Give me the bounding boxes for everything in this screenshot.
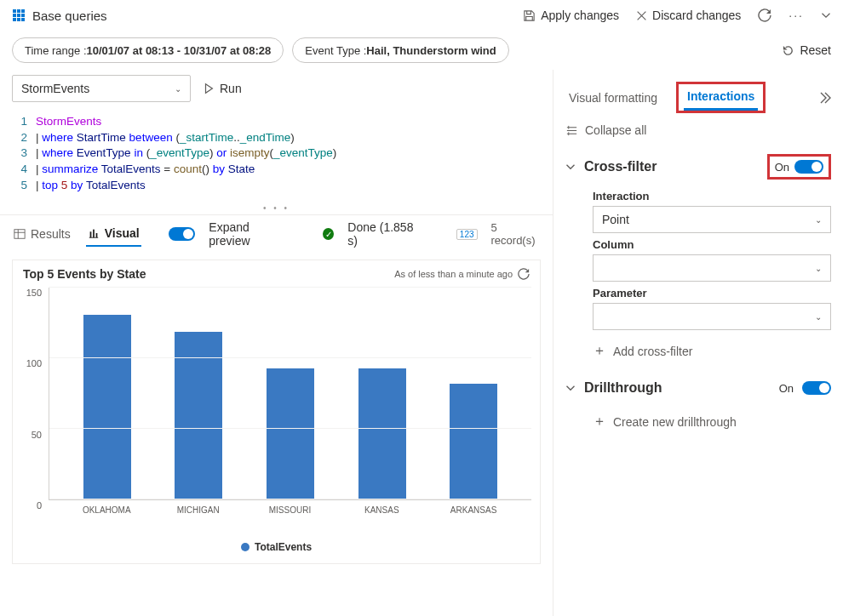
plus-icon: ＋ xyxy=(593,413,606,431)
expand-panel-icon[interactable] xyxy=(817,91,831,105)
svg-rect-1 xyxy=(17,9,20,13)
svg-rect-9 xyxy=(14,230,25,239)
chart-card: Top 5 Events by State As of less than a … xyxy=(12,260,541,564)
page-title: Base queries xyxy=(32,9,107,23)
eventtype-value: Hail, Thunderstorm wind xyxy=(366,44,496,57)
svg-rect-12 xyxy=(95,233,97,237)
timerange-label: Time range : xyxy=(25,44,87,57)
apply-changes-button[interactable]: Apply changes xyxy=(523,9,619,22)
drillthrough-title: Drillthrough xyxy=(584,380,662,396)
visual-tab-label: Visual xyxy=(105,226,140,240)
create-drillthrough-button[interactable]: ＋ Create new drillthrough xyxy=(593,401,831,442)
records-count: 5 record(s) xyxy=(491,221,541,247)
svg-rect-3 xyxy=(13,14,16,17)
x-tick-label: ARKANSAS xyxy=(450,505,497,515)
add-crossfilter-label: Add cross-filter xyxy=(613,345,692,358)
svg-rect-10 xyxy=(89,231,91,237)
collapse-all-button[interactable]: Collapse all xyxy=(565,118,831,145)
bar[interactable] xyxy=(83,315,131,499)
chart-plot[interactable]: 050100150 OKLAHOMAMICHIGANMISSOURIKANSAS… xyxy=(13,288,540,534)
drillthrough-on-label: On xyxy=(779,382,794,395)
drillthrough-toggle[interactable] xyxy=(802,381,831,395)
chart-title: Top 5 Events by State xyxy=(23,267,146,281)
crossfilter-title: Cross-filter xyxy=(584,159,657,174)
y-tick-label: 50 xyxy=(32,430,42,440)
visual-tab[interactable]: Visual xyxy=(86,221,141,247)
results-tab-label: Results xyxy=(31,227,71,241)
timerange-filter-pill[interactable]: Time range : 10/01/07 at 08:13 - 10/31/0… xyxy=(12,37,284,63)
chevron-down-icon: ⌄ xyxy=(175,84,181,94)
status-done-icon: ✓ xyxy=(323,228,334,240)
svg-rect-8 xyxy=(21,18,25,21)
bar[interactable] xyxy=(267,368,314,499)
chart-timeago: As of less than a minute ago xyxy=(394,269,513,279)
grid-icon xyxy=(12,9,26,22)
resize-grip[interactable]: • • • xyxy=(0,202,553,214)
apply-changes-label: Apply changes xyxy=(541,9,619,22)
x-tick-label: OKLAHOMA xyxy=(83,505,130,515)
svg-rect-5 xyxy=(21,14,25,17)
svg-rect-2 xyxy=(21,9,25,13)
drillthrough-chevron-icon[interactable] xyxy=(565,383,576,393)
run-label: Run xyxy=(220,82,242,95)
records-badge: 123 xyxy=(456,229,478,240)
reset-button[interactable]: Reset xyxy=(782,43,831,57)
interaction-value: Point xyxy=(602,213,629,226)
tab-visual-formatting[interactable]: Visual formatting xyxy=(565,86,661,110)
add-crossfilter-button[interactable]: ＋ Add cross-filter xyxy=(593,330,831,372)
svg-rect-4 xyxy=(17,14,20,17)
run-button[interactable]: Run xyxy=(203,82,242,95)
chevron-down-icon: ⌄ xyxy=(815,264,822,273)
save-icon xyxy=(523,9,536,22)
x-tick-label: MISSOURI xyxy=(266,505,313,515)
legend-label: TotalEvents xyxy=(255,541,312,553)
chevron-down-icon: ⌄ xyxy=(815,312,822,322)
collapse-all-label: Collapse all xyxy=(585,123,646,137)
expand-preview-toggle[interactable] xyxy=(169,227,196,241)
create-drillthrough-label: Create new drillthrough xyxy=(613,415,737,429)
svg-rect-7 xyxy=(17,18,20,21)
svg-rect-6 xyxy=(13,18,16,21)
editor-gutter: 1 2 3 4 5 xyxy=(0,114,36,193)
refresh-button[interactable] xyxy=(758,9,771,22)
legend-dot xyxy=(241,543,249,551)
interaction-label: Interaction xyxy=(565,185,831,206)
x-tick-label: MICHIGAN xyxy=(175,505,222,515)
expand-preview-label: Expand preview xyxy=(209,220,288,248)
source-value: StormEvents xyxy=(21,82,89,95)
parameter-dropdown[interactable]: ⌄ xyxy=(593,303,831,330)
discard-changes-label: Discard changes xyxy=(652,9,741,22)
results-tab[interactable]: Results xyxy=(12,222,72,246)
chart-refresh-icon[interactable] xyxy=(518,268,530,280)
timerange-value: 10/01/07 at 08:13 - 10/31/07 at 08:28 xyxy=(87,44,272,57)
x-tick-label: KANSAS xyxy=(358,505,405,515)
more-button[interactable]: ··· xyxy=(789,9,804,22)
crossfilter-on-label: On xyxy=(775,161,789,174)
svg-rect-0 xyxy=(13,9,16,13)
discard-changes-button[interactable]: Discard changes xyxy=(636,9,741,22)
collapse-chevron-button[interactable] xyxy=(821,10,831,20)
y-tick-label: 150 xyxy=(26,288,42,298)
svg-rect-11 xyxy=(93,230,95,238)
reset-label: Reset xyxy=(800,43,831,57)
editor-code[interactable]: StormEvents | where StartTime between (_… xyxy=(36,114,336,193)
column-dropdown[interactable]: ⌄ xyxy=(593,254,831,282)
crossfilter-chevron-icon[interactable] xyxy=(565,162,576,172)
y-tick-label: 100 xyxy=(26,358,42,368)
bar[interactable] xyxy=(358,368,406,499)
tab-interactions[interactable]: Interactions xyxy=(684,84,758,111)
plus-icon: ＋ xyxy=(593,342,606,360)
column-label: Column xyxy=(565,233,831,254)
chevron-down-icon: ⌄ xyxy=(815,215,822,225)
interaction-dropdown[interactable]: Point ⌄ xyxy=(593,206,831,233)
query-editor[interactable]: 1 2 3 4 5 StormEvents | where StartTime … xyxy=(0,111,553,202)
y-tick-label: 0 xyxy=(37,500,42,510)
close-icon xyxy=(636,10,647,21)
parameter-label: Parameter xyxy=(565,282,831,303)
eventtype-filter-pill[interactable]: Event Type : Hail, Thunderstorm wind xyxy=(292,37,508,63)
source-dropdown[interactable]: StormEvents ⌄ xyxy=(12,75,191,102)
eventtype-label: Event Type : xyxy=(305,44,366,57)
bar[interactable] xyxy=(450,384,497,499)
status-done-label: Done (1.858 s) xyxy=(347,220,421,248)
crossfilter-toggle[interactable] xyxy=(794,160,823,174)
